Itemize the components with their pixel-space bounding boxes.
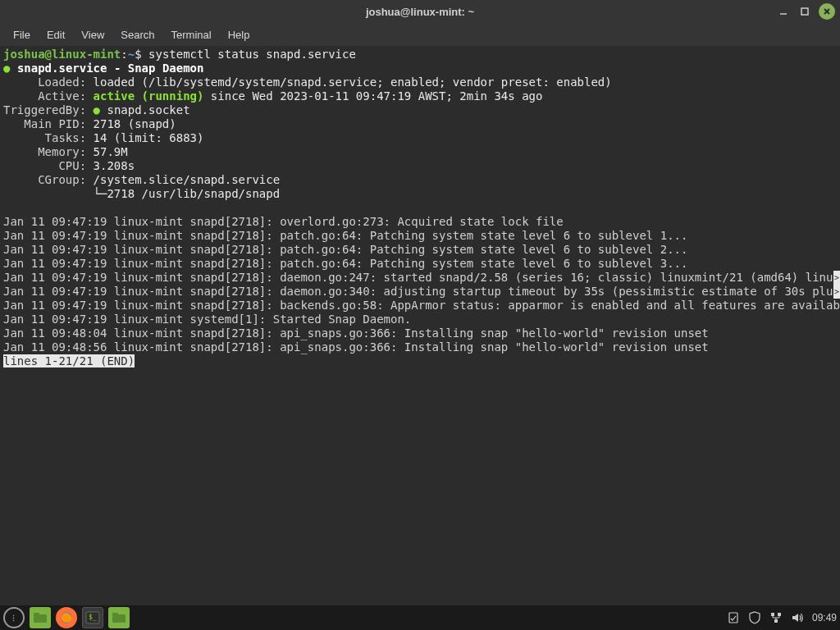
network-icon[interactable]	[769, 611, 783, 624]
prompt-user: joshua@linux-mint	[3, 48, 121, 61]
log-line: Jan 11 09:47:19 linux-mint snapd[2718]: …	[3, 299, 840, 312]
loaded-label: Loaded:	[3, 75, 94, 89]
menubar: File Edit View Search Terminal Help	[0, 23, 840, 46]
mainpid-value: 2718 (snapd)	[94, 117, 176, 130]
cgroup-label: CGroup:	[3, 173, 94, 186]
triggered-value: snapd.socket	[107, 103, 189, 116]
svg-rect-10	[112, 614, 126, 623]
cgroup-value: /system.slice/snapd.service	[94, 173, 281, 186]
svg-rect-15	[774, 619, 778, 623]
firefox-launcher[interactable]	[56, 607, 77, 628]
cpu-value: 3.208s	[94, 159, 135, 172]
tasks-value: 14 (limit: 6883)	[94, 131, 204, 144]
triggered-label: TriggeredBy:	[3, 103, 94, 116]
svg-rect-5	[34, 614, 47, 623]
unit-name: snapd.service - Snap Daemon	[17, 62, 204, 75]
svg-rect-1	[801, 8, 808, 15]
terminal-window: joshua@linux-mint: ~ File Edit View Sear…	[0, 0, 840, 605]
log-line: Jan 11 09:47:19 linux-mint snapd[2718]: …	[3, 271, 840, 284]
volume-icon[interactable]	[791, 611, 804, 624]
svg-text:⋮⋮: ⋮⋮	[10, 614, 20, 623]
command-text	[142, 48, 148, 61]
maximize-button[interactable]	[797, 4, 812, 19]
cpu-label: CPU:	[3, 159, 94, 172]
triggered-dot-icon: ●	[94, 103, 100, 116]
log-line: Jan 11 09:48:04 linux-mint snapd[2718]: …	[3, 326, 709, 340]
taskbar[interactable]: ⋮⋮ $_ 09:49	[0, 605, 840, 630]
svg-rect-13	[771, 613, 774, 616]
log-line: Jan 11 09:47:19 linux-mint snapd[2718]: …	[3, 215, 564, 228]
active-since: since Wed 2023-01-11 09:47:19 AWST; 2min…	[203, 89, 542, 103]
log-line: Jan 11 09:47:19 linux-mint snapd[2718]: …	[3, 243, 687, 256]
command: systemctl status snapd.service	[148, 48, 356, 61]
svg-text:$_: $_	[89, 614, 97, 621]
terminal-task-button[interactable]: $_	[82, 607, 103, 628]
prompt-sep: :	[121, 48, 127, 61]
svg-rect-11	[112, 613, 118, 615]
menu-terminal[interactable]: Terminal	[163, 25, 220, 44]
memory-label: Memory:	[3, 145, 94, 158]
log-line: Jan 11 09:47:19 linux-mint snapd[2718]: …	[3, 285, 840, 298]
active-value: active (running)	[94, 89, 204, 103]
log-line: Jan 11 09:47:19 linux-mint systemd[1]: S…	[3, 313, 411, 326]
menu-file[interactable]: File	[5, 25, 39, 44]
files-launcher[interactable]	[108, 607, 130, 628]
terminal-area[interactable]: joshua@linux-mint:~$ systemctl status sn…	[0, 46, 840, 605]
close-button[interactable]	[819, 3, 835, 20]
update-manager-icon[interactable]	[727, 611, 740, 624]
svg-rect-14	[778, 613, 781, 616]
menu-edit[interactable]: Edit	[39, 25, 73, 44]
taskbar-left: ⋮⋮ $_	[3, 607, 130, 628]
mint-menu-button[interactable]: ⋮⋮	[3, 607, 25, 628]
titlebar[interactable]: joshua@linux-mint: ~	[0, 0, 840, 23]
prompt-path: ~	[128, 48, 135, 61]
svg-rect-12	[729, 613, 737, 623]
memory-value: 57.9M	[94, 145, 128, 158]
taskbar-right: 09:49	[727, 611, 837, 624]
svg-rect-6	[34, 613, 39, 615]
menu-view[interactable]: View	[73, 25, 112, 44]
window-title: joshua@linux-mint: ~	[0, 6, 840, 18]
clock[interactable]: 09:49	[812, 612, 837, 623]
show-desktop-button[interactable]	[30, 607, 51, 628]
log-line: Jan 11 09:47:19 linux-mint snapd[2718]: …	[3, 257, 687, 270]
scroll-indicator: >	[833, 285, 840, 299]
loaded-value: loaded (/lib/systemd/system/snapd.servic…	[94, 75, 612, 89]
minimize-button[interactable]	[776, 4, 791, 19]
mainpid-label: Main PID:	[3, 117, 94, 130]
tasks-label: Tasks:	[3, 131, 94, 144]
shield-icon[interactable]	[748, 611, 761, 624]
window-buttons	[776, 3, 835, 20]
menu-help[interactable]: Help	[220, 25, 258, 44]
menu-search[interactable]: Search	[112, 25, 162, 44]
pager-status: lines 1-21/21 (END)	[3, 354, 135, 368]
active-label: Active:	[3, 89, 94, 103]
status-dot-icon: ●	[3, 62, 10, 75]
scroll-indicator: >	[833, 271, 840, 285]
log-line: Jan 11 09:47:19 linux-mint snapd[2718]: …	[3, 229, 687, 242]
log-line: Jan 11 09:48:56 linux-mint snapd[2718]: …	[3, 340, 709, 354]
cgroup-child: └─2718 /usr/lib/snapd/snapd	[3, 187, 280, 200]
prompt-dollar: $	[135, 48, 141, 61]
